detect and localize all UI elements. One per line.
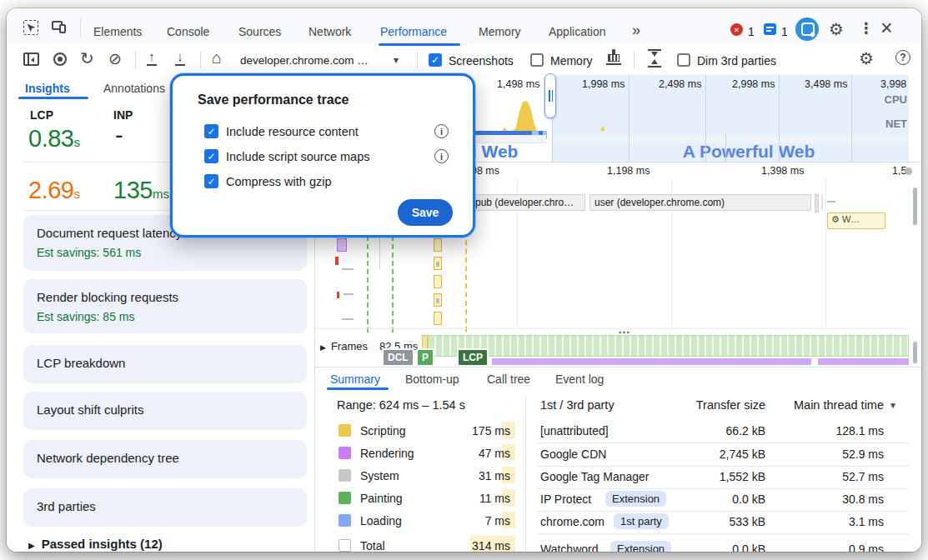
longtask-dash-line	[465, 232, 467, 332]
tab-annotations[interactable]: Annotations	[103, 82, 165, 95]
network-request-bar[interactable]: user (developer.chrome.com)	[589, 194, 811, 211]
filmstrip-thumb-border	[725, 133, 726, 162]
compress-gzip-checkbox[interactable]: ✓	[204, 174, 218, 188]
table-row-size: 2,745 kB	[665, 448, 765, 461]
col-header-time[interactable]: Main thread time	[772, 398, 884, 412]
tab-bottom-up[interactable]: Bottom-up	[405, 372, 459, 386]
load-profile-icon[interactable]: ↑	[145, 49, 158, 66]
settings-gear-icon[interactable]: ⚙	[829, 19, 844, 39]
tab-sources[interactable]: Sources	[238, 25, 281, 38]
collapsed-tracks-dots[interactable]: …	[618, 322, 631, 336]
memory-label[interactable]: Memory	[550, 54, 593, 68]
network-request-bar[interactable]: pub (developer.chro…	[470, 194, 585, 211]
summary-underline	[327, 388, 389, 390]
frames-track-bar[interactable]	[428, 335, 909, 357]
throttling-icon[interactable]	[647, 49, 662, 68]
legend-value: 47 ms	[399, 447, 510, 460]
tab-console[interactable]: Console	[167, 25, 209, 38]
rendering-event-block[interactable]	[337, 238, 347, 252]
insight-card-render-blocking[interactable]: Render blocking requests Est savings: 85…	[23, 279, 307, 333]
vertical-scrollbar-thumb[interactable]	[913, 188, 917, 225]
kebab-menu-icon[interactable]: ⋮	[859, 19, 874, 38]
tab-elements[interactable]: Elements	[93, 25, 142, 38]
paint-marker-badge[interactable]: P	[416, 348, 434, 367]
request-whisker	[342, 318, 354, 320]
collect-garbage-icon[interactable]	[605, 49, 622, 68]
table-row-name[interactable]: Watchword	[540, 542, 599, 552]
tab-summary[interactable]: Summary	[330, 372, 380, 386]
tab-network[interactable]: Network	[308, 25, 351, 38]
dcl-marker-badge[interactable]: DCL	[382, 348, 414, 367]
table-row-name[interactable]: IP Protect	[540, 492, 591, 506]
device-toolbar-icon[interactable]	[52, 21, 68, 34]
page-selector-caret-icon[interactable]: ▾	[394, 54, 399, 66]
dim-3rd-parties-label[interactable]: Dim 3rd parties	[697, 54, 776, 68]
info-icon[interactable]: i	[434, 124, 449, 138]
table-row-name[interactable]: [unattributed]	[540, 424, 609, 438]
passed-insights-toggle[interactable]: ▶Passed insights (12)	[28, 537, 163, 551]
table-row-name[interactable]: Google CDN	[540, 448, 606, 461]
page-selector[interactable]: developer.chrome.com …	[240, 54, 369, 67]
scripting-event-block[interactable]	[434, 275, 442, 288]
insight-card-network-tree[interactable]: Network dependency tree	[23, 440, 307, 478]
tabbar-divider	[80, 18, 81, 37]
screenshots-checkbox[interactable]: ✓	[429, 53, 442, 67]
inspect-icon[interactable]	[23, 20, 38, 35]
screenshots-label[interactable]: Screenshots	[449, 54, 514, 68]
insight-card-3rd-parties[interactable]: 3rd parties	[23, 488, 307, 527]
request-whisker	[344, 293, 354, 295]
reload-record-icon[interactable]: ↻	[80, 48, 94, 68]
table-row-name[interactable]: chrome.com	[540, 515, 604, 528]
lcp-marker-badge[interactable]: LCP	[457, 348, 489, 367]
tab-event-log[interactable]: Event log	[555, 372, 604, 386]
scripting-event-block[interactable]	[434, 238, 442, 252]
col-header-size[interactable]: Transfer size	[649, 398, 765, 412]
tab-call-tree[interactable]: Call tree	[487, 372, 530, 386]
row-separator	[537, 466, 909, 467]
worker-chip[interactable]: ⚙ W…	[827, 212, 885, 229]
tab-memory[interactable]: Memory	[479, 25, 521, 38]
minimap-gridline	[629, 75, 630, 162]
legend-value: 31 ms	[399, 469, 510, 482]
legend-swatch-total	[339, 539, 351, 552]
frames-track-toggle[interactable]: ▶Frames	[320, 340, 368, 352]
clear-icon[interactable]: ⊘	[108, 49, 122, 68]
table-row-name[interactable]: Google Tag Manager	[540, 470, 650, 483]
legend-swatch-system	[339, 469, 351, 482]
devtools-window: Elements Console Sources Network Perform…	[7, 8, 921, 552]
insight-card-lcp-breakdown[interactable]: LCP breakdown	[23, 345, 307, 383]
legend-value: 314 ms	[399, 539, 510, 552]
devtools-tips-icon[interactable]	[795, 18, 819, 41]
close-devtools-icon[interactable]: ×	[880, 16, 893, 40]
record-icon[interactable]	[53, 52, 67, 66]
info-icon[interactable]: i	[434, 149, 449, 163]
toggle-sidebar-icon[interactable]	[23, 52, 39, 66]
memory-checkbox[interactable]	[530, 53, 544, 67]
network-request-sliver[interactable]	[821, 194, 823, 211]
include-resource-content-checkbox[interactable]: ✓	[204, 124, 218, 138]
save-profile-icon[interactable]: ↓	[173, 49, 187, 66]
sort-icon[interactable]: ▼	[889, 401, 897, 410]
more-tabs-icon[interactable]: »	[632, 22, 640, 39]
capture-settings-gear-icon[interactable]: ⚙	[859, 48, 874, 68]
home-icon[interactable]: ⌂	[212, 48, 222, 68]
col-header-party[interactable]: 1st / 3rd party	[540, 398, 614, 412]
issues-badge-icon[interactable]	[764, 23, 776, 35]
tab-insights[interactable]: Insights	[25, 82, 70, 95]
include-sourcemaps-checkbox[interactable]: ✓	[204, 149, 218, 163]
scripting-event-block[interactable]	[434, 312, 442, 325]
error-badge-icon[interactable]: ×	[730, 23, 743, 36]
insight-card-layout-shift[interactable]: Layout shift culprits	[23, 392, 307, 430]
disclosure-icon: ▶	[28, 541, 35, 550]
minimap-window-handle[interactable]	[544, 73, 556, 118]
network-request-sliver[interactable]	[815, 194, 819, 212]
include-resource-content-label: Include resource content	[226, 125, 359, 138]
dim-3rd-parties-checkbox[interactable]	[677, 53, 690, 67]
tab-performance[interactable]: Performance	[380, 25, 447, 38]
tab-application[interactable]: Application	[549, 25, 606, 38]
issue-count: 1	[781, 25, 788, 38]
flame-gridline	[825, 178, 826, 329]
vertical-scrollbar-thumb2[interactable]	[913, 342, 917, 363]
help-icon[interactable]: ?	[895, 50, 910, 65]
save-button[interactable]: Save	[398, 199, 453, 226]
